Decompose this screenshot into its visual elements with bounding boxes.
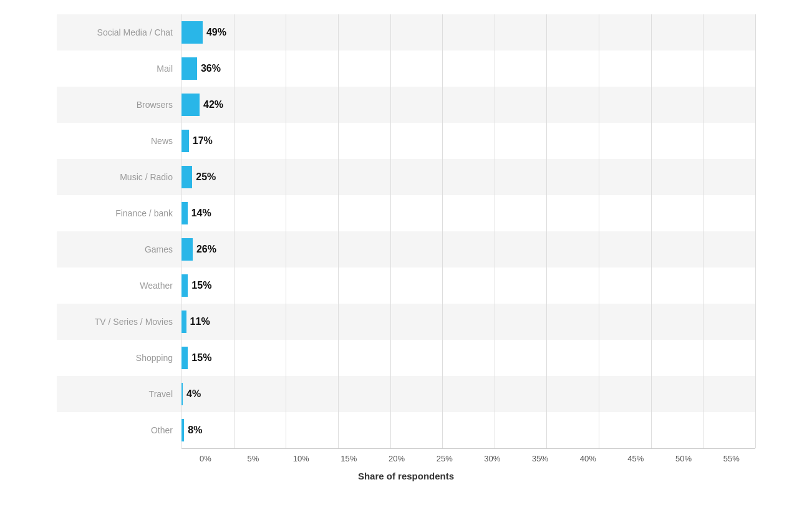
grid-line: [703, 51, 703, 87]
grid-line: [599, 14, 599, 51]
bars-wrapper: 11%: [181, 304, 755, 340]
grid-line: [495, 267, 495, 304]
grid-line: [442, 267, 443, 304]
x-tick: 45%: [612, 454, 660, 463]
x-tick: 50%: [660, 454, 708, 463]
grid-line: [390, 412, 391, 448]
grid-line: [286, 340, 286, 376]
grid-line: [755, 340, 756, 376]
grid-line: [338, 195, 339, 231]
bar-fill: [181, 311, 186, 333]
grid-line: [546, 14, 547, 51]
grid-line: [234, 304, 234, 340]
grid-line: [703, 14, 703, 51]
grid-line: [703, 87, 703, 123]
bar-label: Mail: [57, 64, 181, 74]
bar-row: Mail36%: [57, 51, 755, 87]
grid-line: [390, 267, 391, 304]
bar-content: 36%: [181, 51, 205, 87]
bar-row: Finance / bank14%: [57, 195, 755, 231]
grid-line: [286, 14, 286, 51]
grid-line: [234, 159, 234, 195]
chart-container: Social Media / Chat49%Mail36%Browsers42%…: [32, 2, 780, 519]
grid-line: [755, 14, 756, 51]
grid-line: [755, 159, 756, 195]
grid-line: [442, 14, 443, 51]
grid-line: [390, 123, 391, 159]
grid-line: [755, 51, 756, 87]
bar-value-label: 36%: [201, 63, 221, 74]
grid-line: [390, 87, 391, 123]
grid-line: [234, 195, 234, 231]
bars-wrapper: 4%: [181, 376, 755, 412]
grid-line: [442, 159, 443, 195]
x-tick: 25%: [420, 454, 468, 463]
grid-line: [234, 231, 234, 267]
grid-line: [755, 376, 756, 412]
x-tick: 5%: [230, 454, 278, 463]
bar-fill: [181, 166, 192, 188]
bar-row: Browsers42%: [57, 87, 755, 123]
grid-line: [338, 340, 339, 376]
grid-line: [442, 412, 443, 448]
grid-line: [442, 123, 443, 159]
grid-line: [234, 87, 234, 123]
bar-value-label: 25%: [196, 171, 216, 183]
grid-line: [390, 14, 391, 51]
bar-content: 42%: [181, 87, 205, 123]
grid-line: [495, 123, 495, 159]
bar-row: Weather15%: [57, 267, 755, 304]
x-tick: 15%: [325, 454, 373, 463]
x-axis-label: Share of respondents: [57, 471, 755, 481]
grid-line: [599, 159, 599, 195]
bar-label: Travel: [57, 389, 181, 399]
bars-wrapper: 15%: [181, 267, 755, 304]
bar-value-label: 4%: [186, 388, 201, 400]
grid-line: [338, 231, 339, 267]
grid-line: [755, 304, 756, 340]
grid-line: [546, 195, 547, 231]
bar-fill: [181, 94, 200, 116]
grid-line: [546, 376, 547, 412]
grid-line: [546, 123, 547, 159]
bar-label: Shopping: [57, 353, 181, 363]
grid-line: [338, 51, 339, 87]
bar-value-label: 49%: [206, 27, 226, 38]
bars-wrapper: 49%: [181, 14, 755, 51]
grid-line: [651, 267, 652, 304]
grid-line: [703, 231, 703, 267]
grid-line: [495, 195, 495, 231]
grid-line: [495, 340, 495, 376]
bar-row: Music / Radio25%: [57, 159, 755, 195]
grid-line: [286, 231, 286, 267]
bar-fill: [181, 130, 189, 152]
grid-line: [390, 231, 391, 267]
grid-line: [703, 123, 703, 159]
grid-line: [442, 231, 443, 267]
bar-content: 49%: [181, 14, 205, 51]
grid-line: [703, 195, 703, 231]
bar-fill: [181, 274, 188, 297]
grid-line: [703, 412, 703, 448]
grid-line: [599, 340, 599, 376]
bars-wrapper: 8%: [181, 412, 755, 448]
x-tick: 35%: [516, 454, 564, 463]
bar-content: 14%: [181, 195, 205, 231]
x-tick: 20%: [373, 454, 421, 463]
bar-fill: [181, 419, 184, 441]
bar-row: News17%: [57, 123, 755, 159]
grid-line: [651, 123, 652, 159]
bar-label: TV / Series / Movies: [57, 317, 181, 327]
grid-line: [234, 14, 234, 51]
grid-line: [651, 412, 652, 448]
x-axis: 0%5%10%15%20%25%30%35%40%45%50%55%: [181, 448, 755, 463]
x-tick: 0%: [181, 454, 230, 463]
bar-value-label: 15%: [191, 352, 211, 364]
bar-value-label: 8%: [188, 425, 202, 436]
bar-fill: [181, 57, 197, 80]
bars-wrapper: 25%: [181, 159, 755, 195]
bars-wrapper: 15%: [181, 340, 755, 376]
grid-line: [651, 51, 652, 87]
grid-line: [703, 304, 703, 340]
bar-content: 15%: [181, 267, 205, 304]
